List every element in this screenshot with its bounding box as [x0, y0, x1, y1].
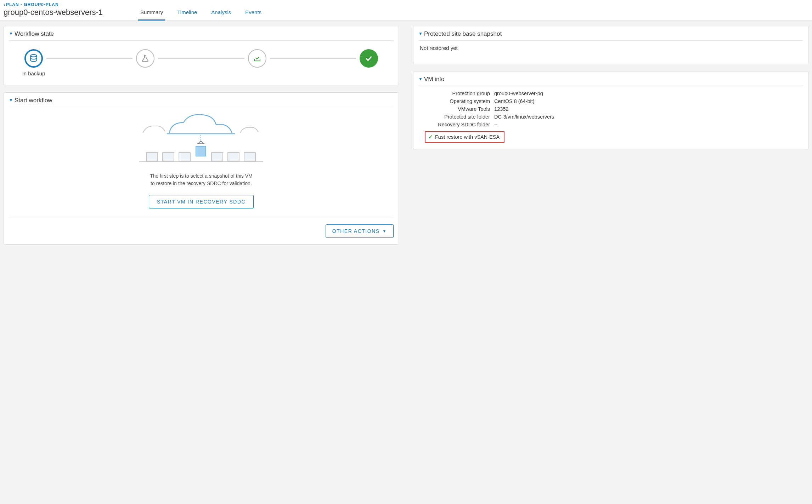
workflow-state-title: Workflow state: [15, 30, 54, 38]
start-workflow-desc-2: to restore in the recovery SDDC for vali…: [30, 180, 372, 187]
tab-bar: Summary Timeline Analysis Events: [138, 6, 264, 21]
vm-info-card: ▼ VM info Protection group group0-webser…: [413, 71, 808, 149]
vm-info-header[interactable]: ▼ VM info: [418, 76, 803, 86]
workflow-connector: [46, 58, 132, 59]
other-actions-button[interactable]: OTHER ACTIONS ▼: [326, 224, 394, 238]
snapshot-title: Protected site base snapshot: [424, 30, 502, 38]
tab-analysis[interactable]: Analysis: [209, 6, 233, 21]
check-tray-icon: [253, 54, 261, 63]
chevron-down-icon: ▼: [418, 31, 423, 36]
vm-info-value-os: CentOS 8 (64-bit): [494, 98, 535, 104]
vm-info-label-recovery-folder: Recovery SDDC folder: [420, 122, 494, 127]
snapshot-status: Not restored yet: [418, 41, 803, 57]
svg-rect-3: [196, 146, 206, 156]
workflow-step-complete: [360, 49, 378, 68]
workflow-step-backup-label: In backup: [22, 70, 45, 76]
vm-info-value-protection-group: group0-webserver-pg: [494, 91, 543, 96]
snapshot-card: ▼ Protected site base snapshot Not resto…: [413, 26, 808, 64]
vm-info-title: VM info: [424, 76, 445, 83]
breadcrumb-plan: GROUP0-PLAN: [24, 2, 58, 7]
start-workflow-header[interactable]: ▼ Start workflow: [9, 97, 394, 107]
tab-summary[interactable]: Summary: [138, 6, 165, 21]
svg-rect-8: [228, 153, 239, 161]
start-workflow-card: ▼ Start workflow: [4, 92, 399, 245]
svg-rect-7: [212, 153, 223, 161]
page-title: group0-centos-webservers-1: [4, 8, 103, 17]
chevron-down-icon: ▼: [9, 98, 13, 103]
flask-icon: [141, 54, 150, 63]
tab-timeline[interactable]: Timeline: [175, 6, 199, 21]
workflow-connector: [158, 58, 244, 59]
svg-rect-4: [146, 153, 158, 161]
vm-info-value-vmware-tools: 12352: [494, 106, 508, 112]
check-icon: ✓: [428, 134, 433, 140]
breadcrumb-back: PLAN: [6, 2, 19, 7]
workflow-state-card: ▼ Workflow state In backup: [4, 26, 399, 85]
workflow-step-validate: [248, 49, 266, 68]
cloud-restore-illustration: [9, 107, 394, 170]
tab-events[interactable]: Events: [243, 6, 264, 21]
snapshot-header[interactable]: ▼ Protected site base snapshot: [418, 30, 803, 41]
svg-rect-6: [179, 153, 190, 161]
workflow-state-header[interactable]: ▼ Workflow state: [9, 30, 394, 41]
workflow-step-backup: [24, 49, 43, 68]
fast-restore-badge: ✓ Fast restore with vSAN-ESA: [425, 131, 504, 143]
chevron-left-icon: ‹: [4, 2, 5, 7]
vm-info-label-vmware-tools: VMware Tools: [420, 106, 494, 112]
workflow-connector: [270, 58, 356, 59]
breadcrumb-sep: -: [19, 2, 24, 7]
start-workflow-desc-1: The first step is to select a snapshot o…: [30, 172, 372, 180]
svg-rect-5: [163, 153, 174, 161]
svg-rect-9: [244, 153, 255, 161]
breadcrumb[interactable]: ‹PLAN - GROUP0-PLAN: [4, 2, 103, 7]
vm-info-label-protected-folder: Protected site folder: [420, 114, 494, 120]
vm-info-value-protected-folder: DC-3/vm/linux/webservers: [494, 114, 554, 120]
chevron-down-icon: ▼: [383, 229, 387, 233]
fast-restore-label: Fast restore with vSAN-ESA: [435, 134, 500, 140]
chevron-down-icon: ▼: [9, 31, 13, 36]
other-actions-label: OTHER ACTIONS: [332, 228, 380, 234]
start-workflow-title: Start workflow: [15, 97, 52, 104]
workflow-step-test: [136, 49, 154, 68]
chevron-down-icon: ▼: [418, 76, 423, 81]
vm-info-label-protection-group: Protection group: [420, 91, 494, 96]
check-icon: [364, 54, 373, 63]
svg-point-0: [30, 55, 36, 57]
database-icon: [29, 54, 38, 63]
start-vm-button[interactable]: START VM IN RECOVERY SDDC: [149, 195, 254, 208]
vm-info-label-os: Operating system: [420, 98, 494, 104]
vm-info-value-recovery-folder: --: [494, 122, 498, 127]
